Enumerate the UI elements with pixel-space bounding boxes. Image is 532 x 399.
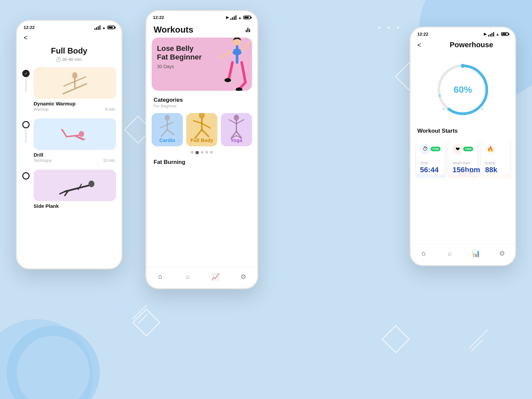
- location-icon-2: ▶: [226, 15, 229, 20]
- dot-1[interactable]: [191, 151, 194, 154]
- svg-line-22: [240, 82, 245, 88]
- svg-point-6: [79, 131, 84, 137]
- banner-title: Lose Belly Fat Beginner: [157, 44, 203, 62]
- svg-line-36: [202, 123, 210, 128]
- stat-card-heart[interactable]: ❤ +10s Heart Rare 156bpm: [449, 139, 477, 178]
- workout-item-3: Side Plank: [22, 170, 116, 209]
- workout-starts-title: Workout Starts: [411, 128, 515, 139]
- bg-circle-bottom-left: [0, 319, 93, 399]
- phone2-inner: 12:22 ▶ ▲ Workouts: [146, 11, 257, 288]
- bg-diamond-4: [382, 325, 410, 353]
- categories-section-header: Categories For Beginner: [146, 97, 257, 110]
- featured-banner[interactable]: Lose Belly Fat Beginner 30 Days: [152, 38, 252, 91]
- category-cardio[interactable]: Cardio: [152, 113, 183, 146]
- svg-point-31: [199, 113, 205, 119]
- nav-settings-2[interactable]: ⚙: [230, 273, 258, 281]
- svg-line-9: [62, 129, 66, 137]
- deco-line-3: [132, 305, 147, 320]
- category-yoga[interactable]: Yoga: [221, 113, 252, 146]
- svg-point-12: [88, 181, 94, 187]
- workout-name-2: Drill: [34, 152, 116, 158]
- yoga-label: Yoga: [230, 137, 242, 143]
- wave-svg-heart: [449, 168, 477, 178]
- workout-item-1: ✓: [22, 67, 116, 112]
- workout-name-1: Dynamic Warmup: [34, 101, 116, 106]
- workout-meta-1: Warmup 8 min.: [34, 107, 116, 112]
- dot-4[interactable]: [205, 151, 208, 154]
- category-fullbody[interactable]: Full Body: [186, 113, 217, 146]
- dot-2[interactable]: [196, 151, 199, 154]
- nav-chart-3[interactable]: 📊: [463, 249, 489, 257]
- svg-line-16: [60, 192, 65, 194]
- workout-duration-1: 8 min.: [105, 107, 116, 112]
- svg-point-25: [165, 115, 170, 121]
- dot-3[interactable]: [201, 151, 203, 154]
- dot-5[interactable]: [210, 151, 213, 154]
- timeline-dot-circle-1: [22, 121, 30, 128]
- nav-chart-2[interactable]: 📈: [202, 273, 230, 281]
- time-icon: ⏱: [420, 144, 431, 154]
- energy-label: Energ: [485, 161, 506, 165]
- svg-point-47: [461, 64, 465, 68]
- svg-point-37: [234, 115, 239, 121]
- signal-2: [230, 15, 236, 20]
- workout-info-2: Drill Technique 10 min.: [34, 150, 116, 164]
- svg-point-51: [438, 94, 441, 97]
- svg-point-24: [224, 78, 231, 82]
- search-icon-3: ⌕: [448, 249, 452, 257]
- deco-line-1: [469, 329, 489, 348]
- home-icon-3: ⌂: [422, 249, 426, 257]
- workouts-header: Workouts: [146, 21, 257, 38]
- fat-burning-title: Fat Burning: [146, 158, 257, 169]
- workout-card-plank[interactable]: Side Plank: [34, 170, 116, 209]
- status-icons-3: ▶ ▲: [484, 32, 508, 37]
- svg-point-48: [485, 94, 487, 97]
- nav-home-2[interactable]: ⌂: [146, 273, 174, 280]
- phone-full-body: 12:22 ▲ < Full Body 🕐 30-40 min. ✓: [16, 20, 122, 269]
- phone1-title-section: Full Body 🕐 30-40 min.: [17, 45, 121, 67]
- filter-icon[interactable]: [246, 28, 250, 32]
- categories-subtitle: For Beginner: [154, 104, 250, 108]
- phone1-header: <: [17, 31, 121, 45]
- status-bar-1: 12:22 ▲: [17, 21, 121, 31]
- chart-icon-2: 📈: [211, 273, 220, 281]
- categories-title: Categories: [154, 97, 250, 103]
- nav-search-3[interactable]: ⌕: [437, 249, 463, 257]
- signal-1: [94, 25, 100, 30]
- status-time-1: 12:22: [24, 25, 35, 30]
- plank-figure-area: [34, 170, 116, 201]
- battery-2: [243, 16, 251, 19]
- svg-point-50: [443, 108, 445, 110]
- phone-powerhouse: 12:22 ▶ ▲ < Powerhouse: [410, 27, 516, 266]
- nav-settings-3[interactable]: ⚙: [489, 249, 515, 257]
- workout-card-warmup[interactable]: Dynamic Warmup Warmup 8 min.: [34, 67, 116, 112]
- workout-type-1: Warmup: [34, 107, 49, 112]
- nav-search-2[interactable]: ⌕: [174, 273, 202, 280]
- settings-icon-3: ⚙: [499, 249, 505, 257]
- svg-line-2: [63, 89, 75, 94]
- timeline-1: ✓: [22, 70, 30, 93]
- stat-icon-row-time: ⏱ +10s: [420, 144, 441, 154]
- plank-figure-svg: [48, 172, 101, 199]
- workout-card-drill[interactable]: Drill Technique 10 min.: [34, 118, 116, 164]
- workout-card-img-plank: [34, 170, 116, 201]
- warmup-figure-svg: [57, 69, 93, 97]
- workout-list: ✓: [17, 67, 121, 209]
- back-button-1[interactable]: <: [24, 34, 28, 42]
- stat-card-time[interactable]: ⏱ +10s Time 56:44: [416, 139, 445, 178]
- svg-line-4: [64, 81, 75, 86]
- workout-name-3: Side Plank: [34, 203, 116, 209]
- drill-figure-area: [34, 118, 116, 150]
- workout-card-img-warmup: [34, 67, 116, 99]
- banner-subtitle: 30 Days: [157, 64, 247, 69]
- svg-line-29: [161, 125, 167, 128]
- nav-home-3[interactable]: ⌂: [411, 249, 437, 257]
- wifi-icon-3: ▲: [496, 32, 499, 36]
- workout-type-2: Technique: [34, 158, 52, 163]
- phone1-title: Full Body: [24, 46, 115, 56]
- svg-line-34: [202, 130, 208, 136]
- timeline-2: [22, 121, 30, 144]
- progress-ring-container: 60%: [433, 60, 493, 120]
- back-button-3[interactable]: <: [417, 41, 421, 49]
- stat-card-energy[interactable]: 🔥 Energ 88k: [481, 139, 510, 178]
